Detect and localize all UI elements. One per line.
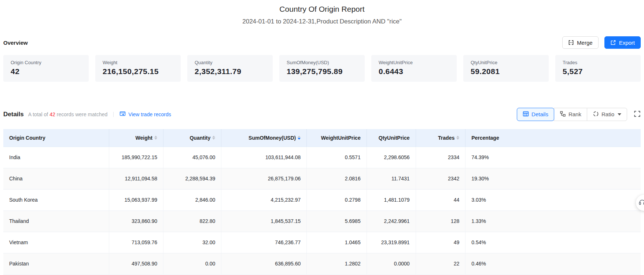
overview-bar: Overview Merge Export	[3, 36, 641, 49]
sort-carets-icon	[154, 136, 157, 140]
table-row-china: China12,911,094.582,288,594.3926,875,179…	[3, 168, 641, 189]
stat-card-label: Quantity	[195, 60, 265, 65]
overview-stat-cards: Origin Country42Weight216,150,275.15Quan…	[3, 55, 641, 82]
tab-rank[interactable]: Rank	[554, 108, 587, 121]
fullscreen-expand-icon	[634, 110, 641, 118]
stat-card-value: 2,352,311.79	[195, 67, 265, 76]
column-header-trades[interactable]: Trades	[416, 129, 465, 147]
pct-cell: 19.30%	[465, 168, 641, 189]
stat-card-origin-country: Origin Country42	[3, 55, 89, 82]
headset-icon	[638, 198, 644, 208]
view-trade-records-label: View trade records	[128, 111, 171, 117]
trades-cell: 2342	[416, 168, 465, 189]
tab-label: Rank	[568, 111, 581, 117]
matched-count: 42	[49, 111, 55, 117]
sum-cell: 103,611,944.08	[221, 147, 307, 168]
trades-cell: 22	[416, 253, 465, 274]
table-row-vietnam: Vietnam713,059.7632.00746,236.771.046523…	[3, 232, 641, 253]
quantity-cell: 45,076.00	[163, 147, 221, 168]
wup-cell: 0.2798	[307, 189, 367, 210]
overview-section-title: Overview	[3, 40, 28, 46]
qup-cell: 2,242.9961	[367, 210, 416, 232]
matched-suffix: records were matched	[57, 111, 108, 117]
country-cell: South Korea	[3, 189, 109, 210]
export-button[interactable]: Export	[604, 36, 641, 49]
stat-card-value: 59.2081	[471, 67, 541, 76]
view-trade-records-link[interactable]: View trade records	[119, 111, 171, 118]
tab-label: Ratio	[601, 111, 614, 117]
quantity-cell: 0.00	[163, 253, 221, 274]
column-header-label: Origin Country	[9, 135, 45, 141]
column-header-percentage: Percentage	[465, 129, 641, 147]
country-cell: China	[3, 168, 109, 189]
stat-card-label: Trades	[563, 60, 633, 65]
qup-cell: 2,298.6056	[367, 147, 416, 168]
pct-cell: 1.33%	[465, 210, 641, 232]
trades-cell: 2334	[416, 147, 465, 168]
tab-ratio[interactable]: Ratio	[587, 108, 627, 121]
weight-cell: 12,911,094.58	[109, 168, 163, 189]
merge-button[interactable]: Merge	[562, 36, 599, 49]
stat-card-label: WeightUnitPrice	[379, 60, 449, 65]
column-header-label: Percentage	[471, 135, 499, 141]
stat-card-value: 5,527	[563, 67, 633, 76]
tab-details[interactable]: Details	[517, 108, 554, 121]
stat-card-weightunitprice: WeightUnitPrice0.6443	[371, 55, 457, 82]
tab-label: Details	[531, 111, 548, 117]
table-row-south-korea: South Korea15,063,937.992,846.004,215,23…	[3, 189, 641, 210]
country-of-origin-report-page: Country Of Origin Report 2024-01-01 to 2…	[0, 0, 644, 275]
export-icon	[610, 40, 616, 45]
quantity-cell: 822.80	[163, 210, 221, 232]
merge-cells-icon	[568, 40, 574, 45]
sum-cell: 746,236.77	[221, 232, 307, 253]
pct-cell: 0.46%	[465, 253, 641, 274]
rank-icon	[560, 111, 566, 118]
table-header-row: Origin CountryWeightQuantitySumOfMoney(U…	[3, 129, 641, 147]
stat-card-value: 42	[11, 67, 81, 76]
details-bar: Details A total of42records were matched…	[3, 107, 641, 121]
wup-cell: 2.0816	[307, 168, 367, 189]
country-cell: India	[3, 147, 109, 168]
column-header-label: Trades	[438, 135, 455, 141]
quantity-cell: 2,288,594.39	[163, 168, 221, 189]
wup-cell: 1.0465	[307, 232, 367, 253]
stat-card-weight: Weight216,150,275.15	[95, 55, 181, 82]
matched-records-text: A total of42records were matched	[28, 111, 108, 117]
pct-cell: 74.39%	[465, 147, 641, 168]
view-mode-tab-group: DetailsRankRatio	[517, 108, 627, 121]
column-header-quantity[interactable]: Quantity	[163, 129, 221, 147]
fullscreen-button[interactable]	[634, 110, 641, 118]
column-header-qtyunitprice: QtyUnitPrice	[367, 129, 416, 147]
weight-cell: 323,860.90	[109, 210, 163, 232]
ratio-icon	[593, 111, 599, 118]
stat-card-label: SumOfMoney(USD)	[287, 60, 357, 65]
sum-cell: 26,875,179.06	[221, 168, 307, 189]
table-row-pakistan: Pakistan497,508.900.00636,895.601.28020.…	[3, 253, 641, 274]
sort-carets-icon	[298, 136, 301, 140]
quantity-cell: 2,846.00	[163, 189, 221, 210]
stat-card-label: QtyUnitPrice	[471, 60, 541, 65]
report-subtitle: 2024-01-01 to 2024-12-31,Product Descrip…	[3, 17, 641, 26]
column-header-origin-country: Origin Country	[3, 129, 109, 147]
country-cell: Vietnam	[3, 232, 109, 253]
qup-cell: 1,481.1079	[367, 189, 416, 210]
table-icon	[523, 111, 529, 118]
sum-cell: 4,215,232.97	[221, 189, 307, 210]
merge-button-label: Merge	[577, 40, 593, 46]
weight-cell: 713,059.76	[109, 232, 163, 253]
table-row-india: India185,990,722.1545,076.00103,611,944.…	[3, 147, 641, 168]
column-header-label: SumOfMoney(USD)	[249, 135, 296, 141]
column-header-weight[interactable]: Weight	[109, 129, 163, 147]
wup-cell: 5.6985	[307, 210, 367, 232]
trades-cell: 44	[416, 189, 465, 210]
weight-cell: 15,063,937.99	[109, 189, 163, 210]
stat-card-sumofmoney-usd: SumOfMoney(USD)139,275,795.89	[279, 55, 365, 82]
qup-cell: 23,319.8991	[367, 232, 416, 253]
stat-card-trades: Trades5,527	[555, 55, 641, 82]
vertical-divider	[113, 112, 114, 117]
stat-card-value: 216,150,275.15	[103, 67, 173, 76]
column-header-sumofmoney-usd[interactable]: SumOfMoney(USD)	[221, 129, 307, 147]
overview-actions: Merge Export	[562, 36, 641, 49]
country-cell: Thailand	[3, 210, 109, 232]
weight-cell: 185,990,722.15	[109, 147, 163, 168]
